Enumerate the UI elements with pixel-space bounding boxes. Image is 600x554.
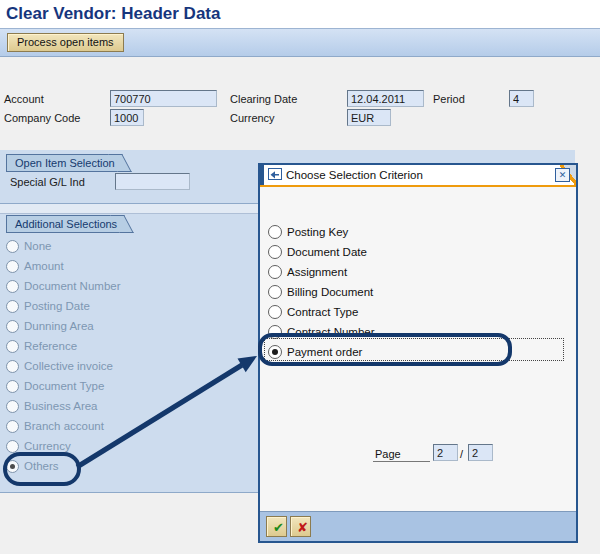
confirm-check-icon[interactable]: ✔	[266, 516, 287, 537]
option-label: Document Date	[287, 246, 367, 258]
criterion-option[interactable]: Billing Document	[268, 282, 375, 302]
account-field[interactable]	[110, 90, 217, 107]
account-label: Account	[4, 93, 44, 105]
cancel-x-icon[interactable]: ✘	[290, 516, 311, 537]
selection-option[interactable]: Collective invoice	[6, 356, 121, 376]
selection-option[interactable]: Branch account	[6, 416, 121, 436]
criterion-option[interactable]: Contract Type	[268, 302, 375, 322]
radio-button-icon	[6, 380, 19, 393]
option-label: Document Number	[24, 280, 121, 292]
selection-option[interactable]: Reference	[6, 336, 121, 356]
selection-option[interactable]: Posting Date	[6, 296, 121, 316]
option-label: Document Type	[24, 380, 104, 392]
option-label: Collective invoice	[24, 360, 113, 372]
clearing-date-field[interactable]	[347, 90, 424, 107]
period-field[interactable]	[509, 90, 534, 107]
annotation-circle-others	[3, 452, 81, 486]
radio-button-icon	[6, 420, 19, 433]
criterion-option[interactable]: Posting Key	[268, 222, 375, 242]
dialog-title: Choose Selection Criterion	[286, 169, 423, 181]
radio-button-icon	[6, 300, 19, 313]
selection-option[interactable]: Amount	[6, 256, 121, 276]
radio-button-icon	[6, 440, 19, 453]
dialog-titlebar[interactable]: Choose Selection Criterion ✕	[260, 165, 576, 187]
radio-button-icon	[6, 320, 19, 333]
page-separator: /	[460, 448, 463, 460]
option-label: Amount	[24, 260, 64, 272]
radio-button-icon	[268, 245, 282, 259]
option-label: Posting Key	[287, 226, 348, 238]
option-label: Posting Date	[24, 300, 90, 312]
radio-button-icon	[6, 240, 19, 253]
special-gl-field[interactable]	[115, 173, 190, 190]
title-area: Clear Vendor: Header Data	[0, 0, 600, 28]
option-label: None	[24, 240, 52, 252]
additional-selections-tab: Additional Selections	[6, 215, 121, 233]
radio-button-icon	[268, 285, 282, 299]
criterion-option[interactable]: Assignment	[268, 262, 375, 282]
period-label: Period	[433, 93, 465, 105]
option-label: Branch account	[24, 420, 104, 432]
process-open-items-button[interactable]: Process open items	[7, 33, 124, 52]
company-code-label: Company Code	[4, 112, 80, 124]
page-title: Clear Vendor: Header Data	[6, 4, 220, 24]
close-icon[interactable]: ✕	[555, 168, 570, 182]
selection-option[interactable]: Dunning Area	[6, 316, 121, 336]
selection-option[interactable]: None	[6, 236, 121, 256]
radio-button-icon	[268, 265, 282, 279]
special-gl-label: Special G/L Ind	[10, 176, 85, 188]
radio-button-icon	[268, 305, 282, 319]
option-label: Billing Document	[287, 286, 373, 298]
page-label: Page	[375, 448, 401, 460]
dialog-footer: ✔ ✘	[260, 511, 576, 541]
option-label: Contract Type	[287, 306, 358, 318]
currency-field[interactable]	[347, 109, 391, 126]
selection-option[interactable]: Document Number	[6, 276, 121, 296]
open-item-selection-tab: Open Item Selection	[6, 154, 119, 172]
company-code-field[interactable]	[110, 109, 144, 126]
radio-button-icon	[6, 360, 19, 373]
option-label: Currency	[24, 440, 71, 452]
option-label: Assignment	[287, 266, 347, 278]
radio-button-icon	[268, 225, 282, 239]
radio-button-icon	[6, 400, 19, 413]
dialog-left-accent	[260, 165, 264, 185]
option-label: Business Area	[24, 400, 98, 412]
sap-clear-vendor-screen: { "page": { "title": "Clear Vendor: Head…	[0, 0, 600, 554]
annotation-circle-payment-order	[258, 333, 512, 366]
radio-button-icon	[6, 340, 19, 353]
selection-option[interactable]: Business Area	[6, 396, 121, 416]
page-label-underline	[373, 461, 430, 462]
radio-button-icon	[6, 260, 19, 273]
dialog-window-icon	[268, 168, 282, 183]
option-label: Dunning Area	[24, 320, 94, 332]
page-total-field[interactable]	[468, 444, 493, 461]
criterion-option[interactable]: Document Date	[268, 242, 375, 262]
page-current-field[interactable]	[433, 444, 458, 461]
option-label: Reference	[24, 340, 77, 352]
radio-button-icon	[6, 280, 19, 293]
selection-option[interactable]: Document Type	[6, 376, 121, 396]
application-toolbar: Process open items	[0, 28, 600, 57]
currency-label: Currency	[230, 112, 275, 124]
clearing-date-label: Clearing Date	[230, 93, 297, 105]
additional-selections-radio-group: None Amount Document Number Posting Date…	[6, 236, 121, 476]
